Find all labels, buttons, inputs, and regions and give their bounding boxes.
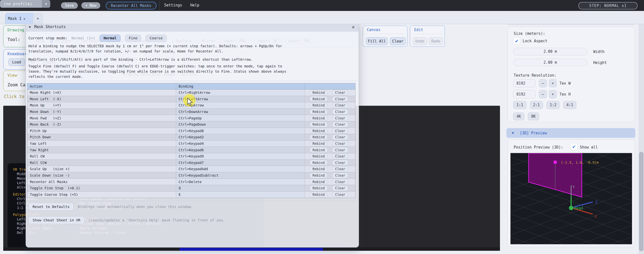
lock-aspect-checkbox[interactable]: ✔ [513,37,520,44]
collapse-icon[interactable]: ▼ [512,131,514,135]
width-input[interactable]: 2.00 m [513,48,587,55]
clear-binding-button[interactable]: Clear [332,166,348,172]
clear-binding-button[interactable]: Clear [332,115,348,121]
rebind-button[interactable]: Rebind [310,128,328,134]
binding-cell: E [176,192,305,198]
profile-select[interactable]: (no profile) ▼ [0,0,50,8]
cheatsheet-button[interactable]: Show Cheat Sheet in VR [28,216,84,224]
dialog-paragraph-2: Modifiers (Ctrl/Shift/Alt) are part of t… [28,57,253,62]
rebind-button[interactable]: Rebind [310,147,328,153]
dialog-paragraph-3: Toggle Fine (default F) and Toggle Coars… [28,64,286,79]
step-mode-button-coarse[interactable]: Coarse [146,34,166,42]
height-input[interactable]: 2.00 m [513,59,587,66]
clear-binding-button[interactable]: Clear [332,102,348,108]
rebind-button[interactable]: Rebind [310,166,328,172]
clear-binding-button[interactable]: Clear [332,160,348,166]
clear-canvas-button[interactable]: Clear [390,37,406,45]
clear-binding-button[interactable]: Clear [332,192,348,198]
rebind-button[interactable]: Rebind [310,192,328,198]
row-buttons: RebindClear [305,160,355,166]
preview-3d-viewport[interactable]: (-1.5, 1.0, -0.9)m Y Z X Head [510,153,632,244]
rebind-button[interactable]: Rebind [310,160,328,166]
action-cell: Roll CW [27,154,176,158]
close-icon[interactable]: ✕ [352,24,355,30]
tab-mask-1[interactable]: Mask 1 ✕ [5,13,34,24]
fill-all-button[interactable]: Fill All [366,37,388,45]
clear-binding-button[interactable]: Clear [332,141,348,146]
tex-height-plus-button[interactable]: + [549,90,557,98]
help-menu[interactable]: Help [190,3,199,8]
binding-cell: Ctrl+PageDown [176,122,305,128]
rebind-button[interactable]: Rebind [310,134,328,140]
redo-button[interactable]: Redo [428,37,443,45]
tex-width-input[interactable]: 8192 [513,79,536,87]
app-window: (no profile) ▼ Save + New Recenter All M… [0,0,644,254]
clear-binding-button[interactable]: Clear [332,109,348,115]
load-button[interactable]: Load [8,58,25,66]
preset-button-4k[interactable]: 4K [513,112,524,120]
rebind-button[interactable]: Rebind [310,90,328,96]
settings-menu[interactable]: Settings [164,3,182,8]
save-button[interactable]: Save [61,2,78,9]
tab-add-button[interactable]: + [33,13,43,24]
sidebar-scrollbar[interactable] [638,11,644,254]
divider [413,34,442,34]
tex-width-minus-button[interactable]: – [539,79,547,87]
clear-binding-button[interactable]: Clear [332,185,348,191]
rebind-button[interactable]: Rebind [310,109,328,115]
rebind-button[interactable]: Rebind [310,115,328,121]
rebind-button[interactable]: Rebind [310,185,328,191]
tab-bar: Mask 1 ✕ + [0,11,644,24]
step-mode-button-fine[interactable]: Fine [125,34,142,42]
clear-binding-button[interactable]: Clear [332,96,348,102]
chevron-down-icon[interactable]: ▼ [42,0,50,8]
binding-cell: Ctrl+Keypad8 [176,128,305,134]
tex-width-plus-button[interactable]: + [549,79,557,87]
clear-binding-button[interactable]: Clear [332,134,348,140]
rebind-button[interactable]: Rebind [310,122,328,127]
tex-height-input[interactable]: 8192 [513,90,536,98]
binding-cell: Ctrl+Keypad6 [176,147,305,153]
rebind-button[interactable]: Rebind [310,173,328,178]
collapse-icon[interactable]: ▼ [29,25,31,29]
shortcut-row: Roll CWCtrl+Keypad9RebindClear [27,153,355,160]
binding-cell: Ctrl+LeftArrow [176,96,305,102]
scrollbar-thumb[interactable] [639,152,644,251]
clear-binding-button[interactable]: Clear [332,128,348,134]
row-buttons: RebindClear [305,166,355,172]
tab-close-icon[interactable]: ✕ [24,17,25,21]
clear-binding-button[interactable]: Clear [332,173,348,178]
rebind-button[interactable]: Rebind [310,141,328,146]
ratio-button-1-2[interactable]: 1:2 [546,101,560,109]
preview-3d-header[interactable]: ▼ [3D] Preview [506,128,635,138]
clear-binding-button[interactable]: Clear [332,122,348,127]
clear-binding-button[interactable]: Clear [332,147,348,153]
row-buttons: RebindClear [305,102,355,108]
step-mode-buttons: NormalFineCoarse [95,34,167,42]
rebind-button[interactable]: Rebind [310,96,328,102]
binding-cell: Ctrl+Delete [176,178,305,185]
recenter-all-masks-button[interactable]: Recenter All Masks [106,2,156,10]
new-button[interactable]: + New [81,2,100,9]
action-cell: Pitch Down [27,135,176,139]
shortcut-row: Move Fwd (+Z)Ctrl+PageUpRebindClear [27,115,355,122]
rebind-button[interactable]: Rebind [310,154,328,159]
reset-defaults-button[interactable]: Reset to Defaults [28,203,74,211]
ratio-button-4-1[interactable]: 4:1 [563,101,576,109]
step-mode-button-normal[interactable]: Normal [100,34,120,42]
preset-button-8k[interactable]: 8K [528,112,539,120]
ratio-button-1-1[interactable]: 1:1 [513,101,526,109]
clear-binding-button[interactable]: Clear [332,179,348,184]
top-toolbar: (no profile) ▼ Save + New Recenter All M… [0,0,644,11]
shortcut-row: Scale Up (size +)Ctrl+KeypadAddRebindCle… [27,166,355,172]
tex-height-minus-button[interactable]: – [539,90,547,98]
shortcut-row: Roll CCWCtrl+Keypad7RebindClear [27,160,355,166]
clear-binding-button[interactable]: Clear [332,154,348,159]
clear-binding-button[interactable]: Clear [332,90,348,96]
rebind-button[interactable]: Rebind [310,179,328,184]
rebind-button[interactable]: Rebind [310,102,328,108]
canvas-progress-bar [180,248,323,251]
show-all-checkbox[interactable]: ✔ [570,143,578,150]
undo-button[interactable]: Undo [413,37,427,45]
ratio-button-2-1[interactable]: 2:1 [530,101,543,109]
